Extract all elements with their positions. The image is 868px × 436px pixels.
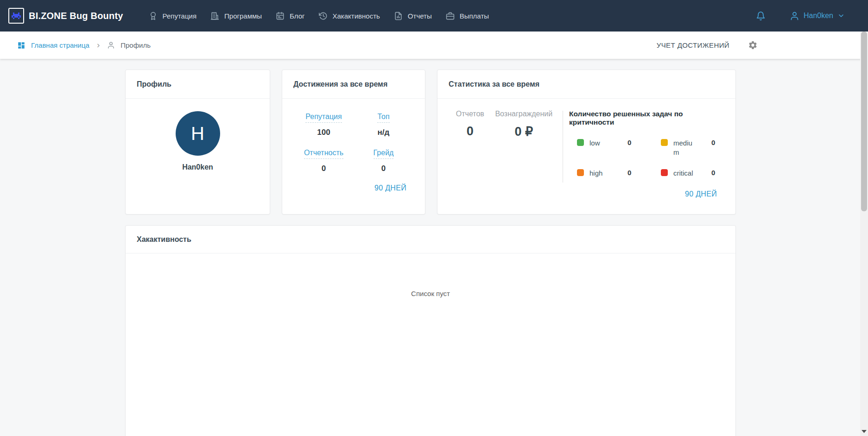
nav-item-hackactivity[interactable]: Хакактивность: [319, 12, 380, 20]
severity-label: critical: [673, 169, 697, 178]
severity-label: high: [589, 169, 614, 178]
empty-list-text: Список пуст: [126, 253, 735, 297]
severity-value: 0: [627, 169, 631, 177]
severity-item-high: high 0: [577, 169, 639, 178]
metric-value: 0: [354, 164, 413, 173]
report-icon: [394, 12, 403, 20]
top-nav: BI.ZONE Bug Bounty Репутация Программы Б…: [0, 0, 868, 32]
nav-item-label: Выплаты: [460, 12, 489, 20]
severity-label: medium: [673, 139, 697, 158]
severity-legend: Количество решенных задач по критичности…: [563, 110, 722, 183]
metric-label[interactable]: Репутация: [305, 113, 342, 123]
nav-item-reports[interactable]: Отчеты: [394, 12, 432, 20]
profile-username: Han0ken: [182, 163, 213, 171]
building-icon: [210, 12, 219, 20]
briefcase-icon: [446, 12, 455, 20]
metric-top: Топ н/д: [354, 113, 413, 137]
achievements-card: Достижения за все время Репутация 100 То…: [282, 70, 425, 215]
metric-grade: Грейд 0: [354, 149, 413, 173]
hackactivity-card-title: Хакактивность: [137, 235, 191, 244]
breadcrumb-home-link[interactable]: Главная страница: [31, 41, 89, 49]
breadcrumb-bar: Главная страница › Профиль УЧЕТ ДОСТИЖЕН…: [0, 32, 868, 59]
severity-value: 0: [627, 139, 631, 146]
gear-icon[interactable]: [748, 40, 758, 50]
nav-right-group: Han0ken: [756, 11, 868, 21]
statistics-card: Статистика за все время Отчетов 0 Вознаг…: [437, 70, 736, 215]
metric-reputation: Репутация 100: [294, 113, 354, 137]
person-icon: [107, 41, 115, 49]
statistics-card-title: Статистика за все время: [449, 80, 539, 88]
severity-swatch-low: [577, 139, 584, 146]
breadcrumb: Главная страница › Профиль: [17, 41, 151, 50]
nav-item-label: Репутация: [163, 12, 196, 20]
scrollbar-thumb[interactable]: [861, 32, 867, 211]
nav-item-label: Блог: [290, 12, 304, 20]
counter-value: 0: [456, 124, 484, 139]
nav-item-label: Отчеты: [408, 12, 432, 20]
nav-item-label: Программы: [224, 12, 262, 20]
breadcrumb-current: Профиль: [120, 41, 151, 49]
counter-label: Вознаграждений: [495, 110, 552, 118]
profile-card: Профиль H Han0ken: [125, 70, 270, 215]
chevron-down-icon: [837, 12, 845, 19]
counter-value: 0 ₽: [495, 124, 552, 139]
history-icon: [319, 12, 328, 20]
severity-swatch-medium: [661, 139, 668, 146]
metric-label[interactable]: Топ: [377, 113, 389, 123]
nav-item-blog[interactable]: Блог: [276, 12, 304, 20]
metric-reporting: Отчетность 0: [294, 149, 354, 173]
severity-value: 0: [711, 169, 715, 177]
achievements-90-days-link[interactable]: 90 ДНЕЙ: [374, 184, 406, 192]
breadcrumb-separator: ›: [97, 40, 100, 49]
nav-item-payouts[interactable]: Выплаты: [446, 12, 489, 20]
calendar-icon: [276, 12, 285, 20]
user-menu[interactable]: Han0ken: [790, 11, 845, 21]
counter-reports: Отчетов 0: [456, 110, 484, 183]
main-menu: Репутация Программы Блог Хакактивность О…: [149, 12, 489, 20]
severity-swatch-critical: [661, 169, 668, 176]
nav-item-label: Хакактивность: [333, 12, 380, 20]
metric-value: 0: [294, 164, 354, 173]
brand-title: BI.ZONE Bug Bounty: [29, 11, 123, 21]
person-icon: [790, 11, 799, 21]
stats-counters: Отчетов 0 Вознаграждений 0 ₽: [437, 110, 563, 183]
dashboard-grid-icon[interactable]: [17, 41, 25, 50]
severity-item-medium: medium 0: [661, 139, 722, 158]
breadcrumb-actions: УЧЕТ ДОСТИЖЕНИЙ: [657, 40, 868, 50]
severity-value: 0: [711, 139, 715, 146]
counter-rewards: Вознаграждений 0 ₽: [495, 110, 552, 183]
bell-icon[interactable]: [756, 11, 766, 21]
severity-item-low: low 0: [577, 139, 639, 158]
scrollbar-down-button[interactable]: [860, 430, 868, 433]
severity-legend-title: Количество решенных задач по критичности: [569, 110, 722, 126]
nav-item-programs[interactable]: Программы: [210, 12, 262, 20]
profile-card-title: Профиль: [137, 80, 171, 88]
metric-label[interactable]: Отчетность: [304, 149, 343, 159]
severity-item-critical: critical 0: [661, 169, 722, 178]
achievements-card-title: Достижения за все время: [293, 80, 387, 88]
metric-label[interactable]: Грейд: [374, 149, 394, 159]
avatar: H: [176, 111, 220, 156]
brand-logo[interactable]: BI.ZONE Bug Bounty: [8, 8, 123, 24]
severity-label: low: [589, 139, 614, 148]
achievements-accounting-link[interactable]: УЧЕТ ДОСТИЖЕНИЙ: [657, 41, 729, 49]
statistics-90-days-link[interactable]: 90 ДНЕЙ: [685, 190, 717, 198]
medal-icon: [149, 12, 158, 20]
counter-label: Отчетов: [456, 110, 484, 118]
bug-invader-icon: [8, 8, 24, 24]
nav-item-reputation[interactable]: Репутация: [149, 12, 196, 20]
metric-value: 100: [294, 128, 354, 137]
severity-swatch-high: [577, 169, 584, 176]
scrollbar-track[interactable]: [860, 32, 868, 436]
metric-value: н/д: [354, 128, 413, 137]
main-content: Профиль H Han0ken Достижения за все врем…: [125, 59, 736, 436]
hackactivity-card: Хакактивность Список пуст: [125, 225, 736, 436]
user-name: Han0ken: [804, 12, 833, 20]
